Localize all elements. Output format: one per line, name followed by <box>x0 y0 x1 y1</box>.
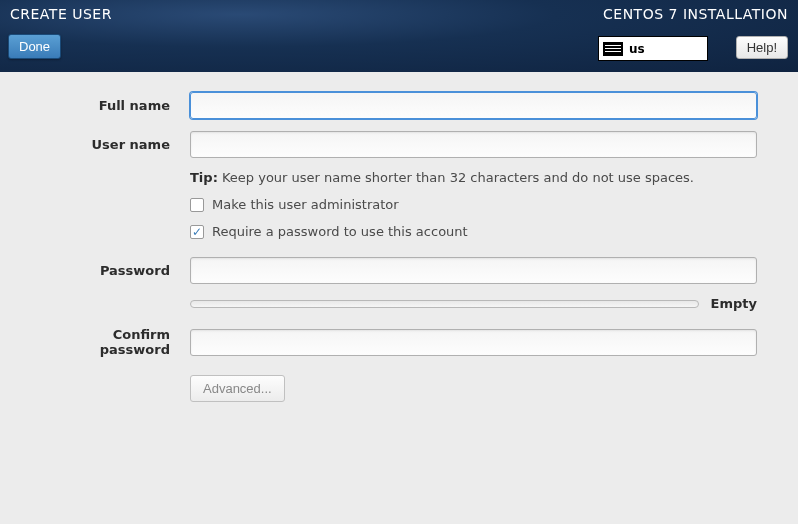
confirm-password-label: Confirm password <box>40 327 190 357</box>
password-strength-row: Empty <box>190 296 757 311</box>
password-row: Password <box>40 257 758 284</box>
user-name-row: User name <box>40 131 758 158</box>
password-strength-bar <box>190 300 699 308</box>
full-name-row: Full name <box>40 92 758 119</box>
header-bar: CREATE USER CENTOS 7 INSTALLATION Done u… <box>0 0 798 72</box>
password-label: Password <box>40 263 190 278</box>
confirm-password-input[interactable] <box>190 329 757 356</box>
keyboard-layout-indicator[interactable]: us <box>598 36 708 61</box>
keyboard-icon <box>603 42 623 56</box>
tip-label: Tip: <box>190 170 218 185</box>
user-name-input[interactable] <box>190 131 757 158</box>
full-name-input[interactable] <box>190 92 757 119</box>
advanced-button[interactable]: Advanced... <box>190 375 285 402</box>
full-name-label: Full name <box>40 98 190 113</box>
tip-row: Tip: Keep your user name shorter than 32… <box>190 170 758 185</box>
require-password-row: Require a password to use this account <box>190 224 758 239</box>
done-button[interactable]: Done <box>8 34 61 59</box>
password-strength-text: Empty <box>711 296 757 311</box>
require-password-checkbox[interactable] <box>190 225 204 239</box>
help-button[interactable]: Help! <box>736 36 788 59</box>
admin-checkbox-row: Make this user administrator <box>190 197 758 212</box>
confirm-password-row: Confirm password <box>40 327 758 357</box>
user-name-label: User name <box>40 137 190 152</box>
installation-label: CENTOS 7 INSTALLATION <box>603 6 788 22</box>
admin-checkbox[interactable] <box>190 198 204 212</box>
keyboard-layout-text: us <box>629 42 645 56</box>
tip-text: Keep your user name shorter than 32 char… <box>222 170 694 185</box>
form-area: Full name User name Tip: Keep your user … <box>0 72 798 422</box>
password-input[interactable] <box>190 257 757 284</box>
admin-checkbox-label: Make this user administrator <box>212 197 399 212</box>
require-password-label: Require a password to use this account <box>212 224 468 239</box>
